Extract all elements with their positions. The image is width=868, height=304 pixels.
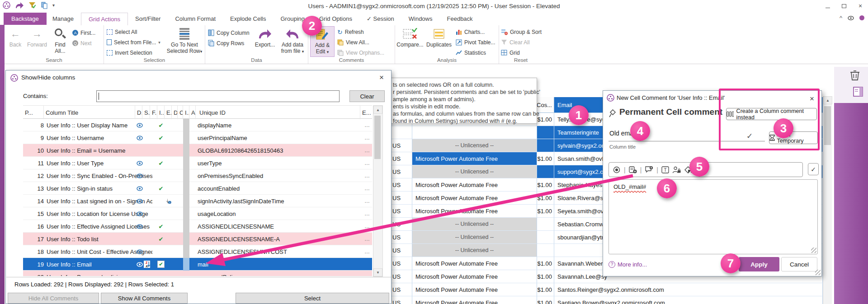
add-comment-bubble-icon[interactable] <box>645 166 653 173</box>
grid-cell[interactable] <box>537 231 554 244</box>
header-column-title[interactable]: Column Title <box>44 106 135 119</box>
tab-feedback[interactable]: Feedback <box>440 13 480 25</box>
dialog-scroll-down-icon[interactable]: ▼ <box>373 268 382 276</box>
select-all-button[interactable]: Select All <box>107 27 137 37</box>
clear-all-button[interactable]: Clear All <box>501 37 530 47</box>
tab-grid-actions[interactable]: Grid Actions <box>81 13 128 25</box>
column-row-8[interactable]: 8User Info :: User Display Name ✔ displa… <box>23 119 372 131</box>
grid-cell[interactable]: $1.00 <box>537 113 554 126</box>
toolbar-confirm-check-icon[interactable]: ✓ <box>808 163 819 175</box>
grid-cell[interactable] <box>390 126 412 139</box>
grid-cell[interactable]: $1.00 <box>537 257 554 270</box>
select-from-file-button[interactable]: Select from File... ▾ <box>107 37 160 47</box>
column-row-19-selected[interactable]: 19User Info :: Email ZA ✔ mail <box>23 258 372 271</box>
header-e2[interactable]: E... <box>360 106 372 119</box>
grid-cell[interactable]: -- Unlicensed -- <box>412 165 537 178</box>
column-row-20-partial[interactable]: 20User Info :: Password policies passwor… <box>23 271 372 276</box>
find-all-button[interactable]: FindAll... <box>50 26 71 57</box>
grid-cell[interactable]: US <box>390 231 412 244</box>
grid-cell[interactable]: US <box>390 218 412 231</box>
grid-cell[interactable] <box>537 218 554 231</box>
back-button[interactable]: ← Back <box>5 26 25 57</box>
reset-grid-button[interactable]: Grid <box>501 48 520 57</box>
tab-explode-cells[interactable]: Explode Cells <box>223 13 274 25</box>
statistics-button[interactable]: Statistics <box>456 48 486 57</box>
column-row-9[interactable]: 9User Info :: Username ✔ userPrincipalNa… <box>23 131 372 144</box>
header-i2[interactable]: I... <box>183 106 189 119</box>
scroll-up-icon[interactable]: ▲ <box>823 96 832 104</box>
next-button[interactable]: Q Next <box>72 38 92 48</box>
header-d2[interactable]: D.. <box>172 106 178 119</box>
copy-column-button[interactable]: Copy Column <box>208 28 250 37</box>
minimize-button[interactable] <box>823 1 833 10</box>
header-unique-id[interactable]: Unique ID <box>198 106 360 119</box>
grid-cell[interactable]: US <box>390 152 412 165</box>
tab-session[interactable]: ✓ Session <box>359 13 401 25</box>
grid-cell[interactable]: US <box>390 139 412 152</box>
export-button[interactable]: Export... <box>253 26 277 57</box>
collapse-ribbon-icon[interactable]: ^ <box>840 14 842 21</box>
grid-cell[interactable]: Microsoft Power Automate Free <box>412 283 537 296</box>
duplicates-button[interactable]: Duplicates <box>425 26 453 57</box>
grid-cell[interactable]: US <box>390 205 412 218</box>
column-row-15[interactable]: 15User Info :: Location for License Usag… <box>23 207 372 220</box>
column-row-11[interactable]: 11User Info :: User Type ✔ userType … <box>23 157 372 169</box>
tab-sort-filter[interactable]: Sort/Filter <box>128 13 168 25</box>
grid-cell[interactable]: US <box>390 296 412 304</box>
close-button[interactable]: × <box>855 1 865 10</box>
copy-rows-button[interactable]: Copy Rows <box>208 38 244 48</box>
scroll-thumb[interactable] <box>824 106 831 145</box>
delete-rows-icon[interactable] <box>849 69 860 81</box>
dialog-scroll-up-icon[interactable]: ▲ <box>373 106 382 114</box>
grid-cell[interactable]: -- Unlicensed -- <box>412 231 537 244</box>
group-and-sort-button[interactable]: Group & Sort <box>501 27 542 37</box>
grid-cell[interactable]: -- Unlicensed -- <box>412 139 537 152</box>
header-position[interactable]: P... <box>23 106 44 119</box>
insert-column-value-icon[interactable] <box>629 166 637 173</box>
grid-cell[interactable]: Microsoft Power Automate Free <box>412 192 537 205</box>
column-row-17[interactable]: 17User Info :: Todo list ✔ ASSIGNEDLICEN… <box>23 233 372 245</box>
grid-cell[interactable]: US <box>390 283 412 296</box>
grid-cell[interactable]: US <box>390 192 412 205</box>
header-a[interactable]: A.. <box>189 106 196 119</box>
dialog-title-bar[interactable]: Show/Hide columns × <box>6 70 391 85</box>
grid-cell[interactable] <box>537 165 554 178</box>
grid-cell[interactable]: $1.00 <box>537 270 554 283</box>
grid-cell[interactable]: -- Unlicensed -- <box>412 218 537 231</box>
dialog-scrollbar[interactable]: ▲ ▼ <box>373 105 383 277</box>
tab-backstage[interactable]: Backstage <box>4 13 47 25</box>
text-format-icon[interactable]: T <box>661 166 669 173</box>
grid-cell[interactable]: $1.00 <box>537 283 554 296</box>
column-row-18[interactable]: 18User Info :: Unit Cost - Effective Ass… <box>23 245 372 258</box>
grid-cell[interactable] <box>537 126 554 139</box>
eye-toggle-icon[interactable] <box>848 16 854 20</box>
maximize-button[interactable] <box>839 1 849 10</box>
grid-cell[interactable]: $1.00 <box>537 178 554 192</box>
grid-cell[interactable]: Santos.Reinger@sygx2.onmicrosoft.com <box>554 283 823 296</box>
grid-cell[interactable]: US <box>390 165 412 178</box>
view-orphans-button[interactable]: View Orphans... <box>337 48 384 57</box>
grid-cell[interactable]: -- Unlicensed -- <box>412 244 537 257</box>
column-row-13[interactable]: 13User Info :: Sign-in status ✔ accountE… <box>23 182 372 195</box>
column-row-16[interactable]: 16User Info :: Effective Assigned Licens… <box>23 220 372 233</box>
apply-button[interactable]: Apply <box>739 257 779 271</box>
add-data-from-file-button[interactable]: Add data from file ▾ <box>278 26 307 57</box>
goto-next-selected-row-button[interactable]: Go To Next Selected Row▾ <box>165 26 203 57</box>
grid-cell[interactable]: US <box>390 178 412 192</box>
compare-button[interactable]: Compare... <box>396 26 424 57</box>
side-panel-icon[interactable] <box>853 87 863 97</box>
charts-button[interactable]: Charts... <box>456 27 485 37</box>
hide-all-comments-button[interactable]: Hide All Comments <box>8 293 99 304</box>
dialog-resize-grip[interactable] <box>815 270 821 275</box>
grid-cell[interactable]: Microsoft Power Automate Free <box>412 296 537 304</box>
theme-dot-icon[interactable] <box>859 15 864 20</box>
grid-cell[interactable]: Microsoft Power Automate Free <box>412 152 537 165</box>
tab-column-format[interactable]: Column Format <box>168 13 223 25</box>
grid-cell[interactable]: US <box>390 244 412 257</box>
header-d[interactable]: D.. <box>135 106 142 119</box>
grid-cell[interactable] <box>412 126 537 139</box>
grid-cell[interactable]: Microsoft Power Automate Free <box>412 205 537 218</box>
grid-cell[interactable]: Santiago.Brown@sygx2.onmicrosoft.com <box>554 296 823 304</box>
header-i[interactable]: I... <box>157 106 165 119</box>
show-all-comments-button[interactable]: Show All Comments <box>101 293 188 304</box>
